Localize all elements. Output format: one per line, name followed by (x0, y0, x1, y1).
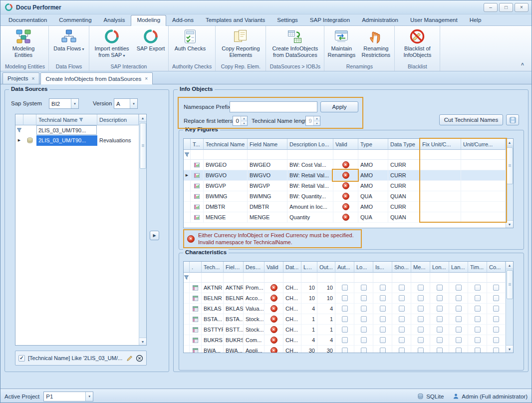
checkbox[interactable] (399, 285, 405, 291)
table-row[interactable]: ▶BWGVOBWGVOBW: Retail Val...×AMOCURR (184, 170, 506, 181)
checkbox[interactable] (437, 348, 443, 353)
cell-flag[interactable] (392, 293, 411, 304)
checkbox[interactable] (493, 327, 499, 333)
ribbon-button-create-infoobjects[interactable]: Create InfoObjects from DataSources (266, 27, 323, 63)
cell-flag[interactable] (373, 346, 392, 353)
cell-technical-name[interactable]: BWGEO (204, 160, 248, 170)
cell-tech[interactable]: BWA... (202, 346, 224, 353)
cell-tech[interactable]: BUKRS (202, 335, 224, 346)
cell-flag[interactable] (392, 335, 411, 346)
filter-cell[interactable] (354, 273, 373, 283)
cell-flag[interactable] (487, 335, 506, 346)
table-row[interactable]: BWGEOBWGEOBW: Cost Val...×AMOCURR (184, 160, 506, 170)
cell-flag[interactable] (373, 335, 392, 346)
scroll-up-button[interactable]: ▲ (506, 262, 514, 269)
column-header-valid[interactable]: Valid (333, 139, 358, 150)
filter-cell[interactable] (190, 273, 202, 283)
spin-down-icon[interactable]: ▼ (241, 121, 247, 126)
cell-flag[interactable] (392, 314, 411, 325)
dropdown-arrow-icon[interactable]: ▼ (130, 99, 137, 108)
checkbox[interactable] (418, 327, 424, 333)
cell-valid[interactable]: × (333, 170, 358, 181)
cell-unit-currency[interactable] (461, 212, 506, 223)
cell-flag[interactable] (373, 293, 392, 304)
checkbox[interactable] (399, 337, 405, 343)
cell-valid[interactable]: × (265, 346, 283, 353)
column-header-lan[interactable]: Lan... (449, 262, 468, 273)
cell-unit-currency[interactable] (461, 170, 506, 181)
cell-field[interactable]: BSTT... (224, 325, 244, 335)
cut-technical-names-button[interactable]: Cut Technical Names (439, 114, 503, 125)
filter-cell[interactable] (202, 273, 224, 283)
cell-field-name[interactable]: BWGEO (248, 160, 287, 170)
spin-up-icon[interactable]: ▲ (241, 116, 247, 121)
tab-projects[interactable]: Projects× (2, 72, 39, 84)
cell-length[interactable]: 30 (301, 346, 317, 353)
column-header-fix-unit-c[interactable]: Fix Unit/C... (420, 139, 461, 150)
cell-length[interactable]: 10 (301, 293, 317, 304)
table-row[interactable]: BKLASBKLASValua...×CH...44 (184, 304, 506, 314)
cell-flag[interactable] (354, 293, 373, 304)
namespace-prefix-input[interactable] (230, 101, 317, 112)
cell-desc[interactable]: Appli... (244, 346, 265, 353)
column-header-t[interactable]: T... (191, 139, 204, 150)
scrollbar-thumb[interactable] (140, 123, 146, 169)
column-header-tim[interactable]: Tim... (468, 262, 487, 273)
menu-tab-templates-and-variants[interactable]: Templates and Variants (200, 15, 271, 25)
cell-flag[interactable] (430, 346, 449, 353)
table-row[interactable]: BWMNGBWMNGBW: Quantity...×QUAQUAN (184, 191, 506, 202)
cell-flag[interactable] (354, 346, 373, 353)
cell-flag[interactable] (354, 314, 373, 325)
filter-cell[interactable] (411, 273, 430, 283)
checkbox[interactable] (399, 348, 405, 353)
cell-flag[interactable] (392, 346, 411, 353)
cell-description[interactable]: BW: Quantity... (287, 191, 333, 202)
column-header-type[interactable]: Type (358, 139, 388, 150)
scrollbar-thumb[interactable] (507, 270, 513, 299)
cell-type[interactable]: AMO (358, 170, 388, 181)
active-project-select[interactable]: P1 ▼ (43, 392, 93, 402)
cell-field-name[interactable]: DMBTR (248, 202, 287, 212)
clear-filter-icon[interactable] (136, 355, 143, 362)
checkbox[interactable] (418, 337, 424, 343)
cell-valid[interactable]: × (333, 202, 358, 212)
checkbox[interactable] (456, 285, 462, 291)
filter-cell[interactable] (392, 273, 411, 283)
column-header-blank[interactable]: . (190, 262, 202, 273)
checkbox[interactable] (475, 316, 481, 322)
tab-close-icon[interactable]: × (145, 76, 148, 81)
filter-cell[interactable] (248, 150, 287, 160)
table-row[interactable]: BUKRSBUKRSCom...×CH...44 (184, 335, 506, 346)
version-select[interactable]: A ▼ (114, 98, 138, 109)
menu-tab-administration[interactable]: Administration (356, 15, 404, 25)
cell-fix-unit[interactable] (420, 191, 461, 202)
checkbox[interactable] (437, 327, 443, 333)
cell-flag[interactable] (335, 335, 354, 346)
column-header-description-lo[interactable]: Description Lo... (287, 139, 333, 150)
ribbon-button-maintain-renamings[interactable]: Maintain Renamings (325, 27, 358, 63)
cell-flag[interactable] (449, 293, 468, 304)
checkbox[interactable] (456, 316, 462, 322)
cell-flag[interactable] (392, 304, 411, 314)
checkbox[interactable] (380, 285, 386, 291)
cell-desc[interactable]: Prom... (244, 283, 265, 293)
checkbox[interactable] (418, 285, 424, 291)
cell-technical-name[interactable]: BWGVP (204, 181, 248, 191)
cell-field[interactable]: BKLAS (224, 304, 244, 314)
cell-flag[interactable] (392, 283, 411, 293)
checkbox[interactable] (361, 295, 367, 301)
filter-cell-description[interactable] (97, 125, 139, 135)
filter-cell[interactable] (373, 273, 392, 283)
cell-length[interactable]: 10 (301, 283, 317, 293)
vertical-scrollbar[interactable]: ▲▼ (139, 114, 146, 345)
ribbon-button-import-sap[interactable]: Import entities from SAP ▾ (90, 27, 134, 63)
spin-up-icon[interactable]: ▲ (314, 116, 320, 121)
cell-field[interactable]: BELNR (224, 293, 244, 304)
column-header-blank[interactable] (23, 114, 36, 125)
cell-flag[interactable] (468, 325, 487, 335)
cell-valid[interactable]: × (265, 314, 283, 325)
checkbox[interactable] (342, 295, 348, 301)
cell-field-name[interactable]: BWGVP (248, 181, 287, 191)
cell-unit-currency[interactable] (461, 191, 506, 202)
ribbon-button-auth-checks[interactable]: Auth Checks (169, 27, 211, 63)
